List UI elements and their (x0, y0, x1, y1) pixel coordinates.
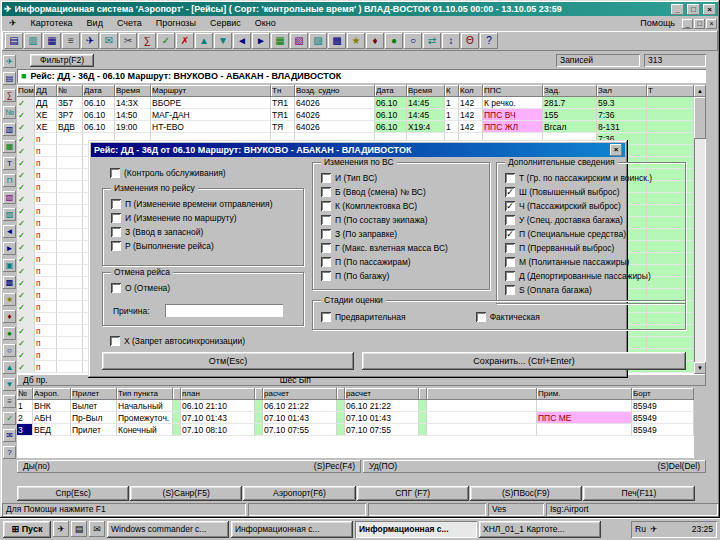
function-button[interactable]: (S)ПВос(F9) (470, 486, 582, 501)
tool-mail-icon[interactable]: ✉ (3, 429, 16, 442)
checkbox[interactable]: П (По пассажирам) (321, 255, 481, 269)
tool-t-icon[interactable]: Т (3, 157, 16, 170)
mdi-close-button[interactable]: × (706, 19, 717, 29)
checkbox-box[interactable] (505, 257, 515, 267)
table-icon[interactable]: ▦ (271, 33, 289, 49)
checkbox-box[interactable] (321, 215, 331, 225)
menu-item[interactable]: Прогнозы (149, 17, 203, 30)
tray-lang-icon[interactable]: Ru (635, 521, 646, 538)
checkbox-box[interactable] (321, 173, 331, 183)
column-header[interactable]: Время (407, 85, 445, 97)
diamond-icon[interactable]: ♦ (366, 33, 384, 49)
action-bar-right-key[interactable]: (S)Del(Del) (658, 460, 701, 473)
start-button[interactable]: ⊞ Пуск (3, 521, 51, 538)
checkbox[interactable]: Т (Гр. по пассажирским и воинск.) (505, 171, 677, 185)
function-button[interactable]: Печ(F11) (583, 486, 695, 501)
up-icon[interactable]: ▲ (195, 33, 213, 49)
save-icon[interactable]: ▦ (43, 33, 61, 49)
function-button[interactable]: СПГ (F7) (357, 486, 469, 501)
taskbar-task[interactable]: ХНЛ_01_1 Картоте... (479, 521, 601, 538)
scroll-thumb[interactable] (694, 97, 706, 139)
column-header[interactable] (255, 388, 263, 400)
taskbar-task[interactable]: Информационная с... (355, 521, 477, 538)
mdi-minimize-button[interactable]: _ (682, 19, 693, 29)
taskbar-task[interactable]: Windows commander c... (107, 521, 229, 538)
tool-box-icon[interactable]: ▣ (3, 259, 16, 272)
column-header[interactable]: Пом (17, 85, 35, 97)
tool-back-icon[interactable]: ◄ (3, 225, 16, 238)
column-header[interactable] (427, 388, 537, 400)
table-row[interactable]: ✓ДД3Б706.1014:3ХВБОРЕТЯ16402606.1014:451… (17, 97, 694, 109)
menu-item-help[interactable]: Помощь (633, 17, 682, 30)
print-icon[interactable]: ≡ (62, 33, 80, 49)
column-header[interactable]: Т (647, 85, 694, 97)
close-button[interactable]: × (703, 4, 716, 15)
checkbox-box[interactable] (476, 312, 486, 322)
cancel-icon[interactable]: ✗ (176, 33, 194, 49)
circle-icon[interactable]: ● (385, 33, 403, 49)
mail-icon[interactable]: ✉ (100, 33, 118, 49)
column-header[interactable]: Кол (459, 85, 483, 97)
column-header[interactable]: Прилет (71, 388, 117, 400)
checkbox[interactable]: У (Спец. доставка багажа) (505, 213, 677, 227)
column-header[interactable]: № (17, 388, 33, 400)
checkbox[interactable]: (Контроль обслуживания) (110, 166, 226, 180)
function-button[interactable]: Спр(Esc) (17, 486, 129, 501)
tool-diamond-icon[interactable]: ♦ (3, 310, 16, 323)
tool-star-icon[interactable]: ★ (3, 293, 16, 306)
tool-sheet-icon[interactable]: ▧ (3, 191, 16, 204)
column-header[interactable]: план (181, 388, 255, 400)
tray-app-icon[interactable]: ✈ (650, 521, 657, 538)
tool-up-icon[interactable]: ▲ (3, 361, 16, 374)
checkbox-box[interactable] (111, 227, 121, 237)
checkbox[interactable]: Х (Запрет автосинхронизации) (110, 334, 245, 348)
checkbox[interactable]: Д (Депортированные пассажиры) (505, 269, 677, 283)
column-header[interactable]: Прим. (537, 388, 632, 400)
tool-cards-icon[interactable]: ▤ (3, 72, 16, 85)
tool-grid-icon[interactable]: ▦ (3, 140, 16, 153)
column-header[interactable]: Маршрут (151, 85, 271, 97)
checkbox-box[interactable] (321, 201, 331, 211)
checkbox[interactable]: П (По багажу) (321, 269, 481, 283)
scroll-up-icon[interactable]: ▲ (694, 85, 706, 97)
menu-item[interactable]: Картотека (24, 17, 80, 30)
tool-p-icon[interactable]: П (3, 174, 16, 187)
table-row[interactable]: 1ВНКВылетНачальный06.10 21:1006.10 21:22… (17, 400, 694, 412)
grid-icon[interactable]: ▨ (309, 33, 327, 49)
dialog-save-button[interactable]: Сохранить... (Ctrl+Enter) (362, 352, 686, 370)
checkbox-box[interactable] (110, 336, 120, 346)
function-button[interactable]: Аэропорт(F6) (243, 486, 355, 501)
checkbox[interactable]: Б (Ввод (смена) № ВС) (321, 185, 481, 199)
checkbox[interactable]: S (Оплата багажа) (505, 283, 677, 297)
column-header[interactable]: ППС (483, 85, 543, 97)
column-header[interactable]: расчет (345, 388, 419, 400)
column-header[interactable]: Тн (271, 85, 295, 97)
table-row[interactable]: ✓ХЕВДВ06.1019:00НТ-ЕВОТЯ6402606.10Х19:41… (17, 121, 694, 133)
checkbox[interactable]: П (Прерванный выброс) (505, 241, 677, 255)
open-card-icon[interactable]: ▥ (24, 33, 42, 49)
clock-icon[interactable]: Θ (461, 33, 479, 49)
checkbox-box[interactable] (505, 243, 515, 253)
action-bar-right-label[interactable]: Уд(ПО) (369, 460, 397, 473)
tool-fwd-icon[interactable]: ► (3, 242, 16, 255)
checkbox[interactable]: И (Изменение по маршруту) (111, 211, 295, 225)
checkbox[interactable]: Предварительная (321, 310, 406, 324)
checkbox[interactable]: З (По заправке) (321, 227, 481, 241)
column-header[interactable]: Зад. (543, 85, 597, 97)
column-header[interactable] (173, 388, 181, 400)
down-icon[interactable]: ▼ (214, 33, 232, 49)
checkbox-box[interactable] (111, 199, 121, 209)
checkbox[interactable]: ✓Ч (Пассажирский выброс) (505, 199, 677, 213)
checkbox-box[interactable] (505, 285, 515, 295)
checkbox-box[interactable] (321, 257, 331, 267)
filter-button[interactable]: Фильтр(F2) (30, 54, 94, 67)
column-header[interactable]: Тип пункта (117, 388, 173, 400)
checkbox[interactable]: Фактическая (476, 310, 540, 324)
checkbox-box[interactable] (505, 271, 515, 281)
checkbox[interactable]: И (Тип ВС) (321, 171, 481, 185)
menu-item[interactable]: Сервис (203, 17, 248, 30)
resize-icon[interactable]: ↕ (442, 33, 460, 49)
ql-flights-icon[interactable]: ✈ (53, 521, 69, 537)
tool-menu-icon[interactable]: ≡ (3, 395, 16, 408)
vertical-scrollbar[interactable]: ▲ ▼ (694, 85, 706, 374)
